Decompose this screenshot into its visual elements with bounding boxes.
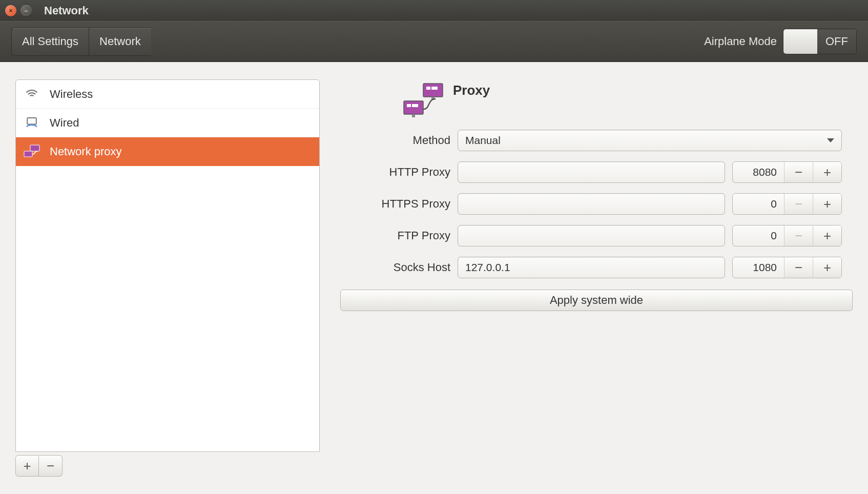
socks-host-input[interactable] — [458, 257, 725, 278]
ethernet-icon — [22, 113, 42, 133]
svg-rect-8 — [407, 104, 411, 107]
svg-rect-1 — [30, 145, 39, 151]
sidebar-item-label: Network proxy — [50, 145, 122, 158]
plus-icon[interactable]: + — [813, 194, 841, 214]
svg-rect-10 — [412, 114, 415, 117]
minus-icon[interactable]: − — [784, 162, 813, 182]
minus-icon[interactable]: − — [784, 225, 813, 246]
sidebar-item-wired[interactable]: Wired — [16, 109, 319, 137]
plus-icon[interactable]: + — [813, 162, 841, 182]
ftp-proxy-label: FTP Proxy — [340, 229, 450, 242]
window-title: Network — [44, 4, 89, 17]
proxy-header-icon — [402, 81, 446, 117]
airplane-mode-label: Airplane Mode — [704, 35, 777, 48]
sidebar-item-label: Wireless — [50, 88, 93, 101]
proxy-icon — [22, 142, 42, 161]
method-label: Method — [340, 134, 450, 147]
https-proxy-port-value: 0 — [733, 194, 784, 214]
ftp-proxy-host-input[interactable] — [458, 225, 725, 246]
airplane-mode-toggle[interactable]: OFF — [783, 29, 857, 54]
socks-port-value: 1080 — [733, 257, 784, 278]
titlebar: × – Network — [0, 0, 868, 21]
svg-rect-7 — [404, 101, 423, 114]
ftp-proxy-port-value: 0 — [733, 225, 784, 246]
ftp-proxy-port-stepper[interactable]: 0 − + — [732, 225, 842, 246]
socks-host-label: Socks Host — [340, 261, 450, 274]
minus-icon[interactable]: − — [784, 257, 813, 278]
sidebar-item-label: Wired — [50, 116, 79, 130]
http-proxy-host-input[interactable] — [458, 161, 725, 183]
page-title: Proxy — [453, 83, 490, 98]
plus-icon[interactable]: + — [813, 225, 841, 246]
sidebar-item-wireless[interactable]: Wireless — [16, 80, 319, 109]
method-select[interactable]: Manual — [458, 130, 842, 151]
apply-system-wide-button[interactable]: Apply system wide — [340, 290, 853, 311]
svg-rect-5 — [431, 87, 438, 90]
toggle-thumb — [783, 29, 817, 54]
http-proxy-port-stepper[interactable]: 8080 − + — [732, 161, 842, 183]
svg-rect-2 — [24, 151, 32, 157]
minus-icon[interactable]: − — [784, 194, 813, 214]
network-breadcrumb-button[interactable]: Network — [89, 27, 151, 56]
proxy-settings-pane: Proxy Method Manual HTTP Proxy 8080 − + … — [340, 79, 853, 477]
toggle-state: OFF — [817, 29, 856, 54]
sidebar-item-network-proxy[interactable]: Network proxy — [16, 137, 319, 166]
svg-rect-0 — [27, 118, 36, 125]
all-settings-button[interactable]: All Settings — [11, 27, 89, 56]
http-proxy-label: HTTP Proxy — [340, 166, 450, 179]
method-value: Manual — [465, 134, 501, 147]
wifi-icon — [22, 85, 42, 104]
http-proxy-port-value: 8080 — [733, 162, 784, 182]
add-connection-button[interactable]: + — [15, 455, 39, 477]
https-proxy-host-input[interactable] — [458, 193, 725, 215]
svg-rect-9 — [412, 104, 418, 107]
https-proxy-label: HTTPS Proxy — [340, 197, 450, 211]
connection-list: Wireless Wired Network proxy — [15, 79, 320, 452]
toolbar: All Settings Network Airplane Mode OFF — [0, 21, 868, 62]
close-icon[interactable]: × — [5, 5, 16, 16]
https-proxy-port-stepper[interactable]: 0 − + — [732, 193, 842, 215]
chevron-down-icon — [827, 138, 834, 142]
svg-rect-4 — [426, 87, 430, 90]
minimize-icon[interactable]: – — [20, 5, 32, 16]
socks-port-stepper[interactable]: 1080 − + — [732, 257, 842, 278]
remove-connection-button[interactable]: − — [39, 455, 63, 477]
plus-icon[interactable]: + — [813, 257, 841, 278]
svg-rect-3 — [423, 84, 443, 97]
